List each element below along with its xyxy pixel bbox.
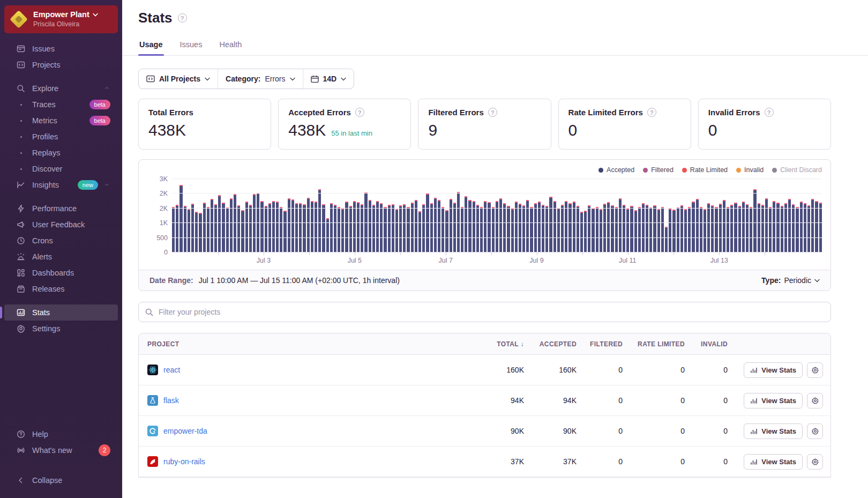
chart-bar[interactable] bbox=[773, 201, 775, 252]
chart-bar[interactable] bbox=[615, 207, 618, 252]
chart-bar[interactable] bbox=[191, 204, 194, 252]
chart-bar[interactable] bbox=[573, 202, 575, 252]
chart-bar[interactable] bbox=[392, 204, 394, 252]
chart-bar[interactable] bbox=[592, 208, 594, 252]
chart-bar[interactable] bbox=[283, 211, 286, 252]
chart-bar[interactable] bbox=[465, 196, 467, 252]
chart-bar[interactable] bbox=[476, 205, 479, 252]
chart-bar[interactable] bbox=[218, 195, 221, 252]
chart-bar[interactable] bbox=[788, 199, 791, 252]
chart-bar[interactable] bbox=[761, 205, 764, 252]
chart-bar[interactable] bbox=[280, 207, 282, 252]
chart-bar[interactable] bbox=[179, 185, 182, 252]
chart-bar[interactable] bbox=[611, 205, 613, 252]
sidebar-item-metrics[interactable]: Metricsbeta bbox=[4, 113, 118, 129]
column-header-total[interactable]: TOTAL ↓ bbox=[477, 340, 528, 348]
chart-bar[interactable] bbox=[653, 205, 656, 252]
chart-bar[interactable] bbox=[434, 198, 437, 252]
chart-bar[interactable] bbox=[638, 207, 641, 252]
chart-bar[interactable] bbox=[769, 207, 772, 252]
chart-bar[interactable] bbox=[607, 202, 610, 252]
chart-bar[interactable] bbox=[603, 204, 606, 252]
category-selector[interactable]: Category: Errors bbox=[218, 69, 302, 88]
chart-bar[interactable] bbox=[557, 208, 560, 252]
chart-bar[interactable] bbox=[630, 206, 633, 252]
chart-bar[interactable] bbox=[542, 205, 544, 252]
chart-bar[interactable] bbox=[442, 207, 444, 252]
chart-bar[interactable] bbox=[561, 205, 564, 252]
chart-bar[interactable] bbox=[315, 202, 317, 252]
chart-bar[interactable] bbox=[172, 207, 175, 252]
chart-bar[interactable] bbox=[299, 203, 302, 252]
chart-bar[interactable] bbox=[407, 207, 409, 252]
chart-bar[interactable] bbox=[276, 202, 279, 252]
view-stats-button[interactable]: View Stats bbox=[744, 362, 803, 378]
chart-bar[interactable] bbox=[203, 203, 206, 252]
sidebar-item-releases[interactable]: Releases bbox=[4, 281, 118, 297]
chart-bar[interactable] bbox=[584, 211, 587, 252]
chart-bar[interactable] bbox=[226, 207, 229, 252]
chart-bar[interactable] bbox=[199, 213, 201, 252]
sidebar-item-discover[interactable]: Discover bbox=[4, 161, 118, 177]
chart-bar[interactable] bbox=[260, 201, 263, 252]
project-link[interactable]: react bbox=[163, 366, 180, 374]
chart-bar[interactable] bbox=[634, 210, 637, 252]
chart-bar[interactable] bbox=[503, 203, 506, 252]
date-period-selector[interactable]: 14D bbox=[303, 69, 354, 88]
chart-bar[interactable] bbox=[727, 207, 729, 252]
chart-bar[interactable] bbox=[265, 206, 267, 252]
chart-bar[interactable] bbox=[742, 202, 745, 252]
chart-bar[interactable] bbox=[819, 203, 822, 252]
chart-bar[interactable] bbox=[176, 205, 178, 252]
chart-bar[interactable] bbox=[341, 209, 344, 252]
help-circle-icon[interactable]: ? bbox=[178, 13, 187, 23]
chart-bar[interactable] bbox=[384, 207, 386, 252]
project-settings-button[interactable] bbox=[807, 454, 823, 470]
chart-bar[interactable] bbox=[545, 206, 548, 252]
legend-accepted[interactable]: Accepted bbox=[598, 166, 634, 174]
chart-bar[interactable] bbox=[388, 205, 391, 252]
chart-bar[interactable] bbox=[322, 204, 325, 252]
chart-bar[interactable] bbox=[234, 194, 236, 252]
chart-bar[interactable] bbox=[646, 205, 648, 252]
chart-bar[interactable] bbox=[461, 207, 463, 252]
chart-bar[interactable] bbox=[326, 218, 329, 252]
chart-bar[interactable] bbox=[411, 203, 414, 252]
chart-bar[interactable] bbox=[784, 203, 787, 252]
chart-bar[interactable] bbox=[245, 202, 248, 252]
chart-bar[interactable] bbox=[473, 201, 475, 252]
chart-bar[interactable] bbox=[588, 205, 590, 252]
column-header-rate-limited[interactable]: RATE LIMITED bbox=[627, 340, 689, 348]
sidebar-item-collapse[interactable]: Collapse bbox=[4, 472, 118, 488]
chart-bar[interactable] bbox=[657, 209, 660, 252]
chart-bar[interactable] bbox=[357, 202, 360, 252]
help-circle-icon[interactable]: ? bbox=[488, 108, 497, 117]
chart-bar[interactable] bbox=[349, 206, 352, 252]
chart-bar[interactable] bbox=[619, 198, 622, 252]
chart-bar[interactable] bbox=[696, 199, 699, 252]
chart-bar[interactable] bbox=[753, 189, 756, 252]
chart-bar[interactable] bbox=[565, 201, 567, 252]
chart-bar[interactable] bbox=[207, 207, 209, 252]
view-stats-button[interactable]: View Stats bbox=[744, 423, 803, 439]
chart-bar[interactable] bbox=[758, 203, 760, 252]
chart-bar[interactable] bbox=[700, 207, 702, 252]
chart-bar[interactable] bbox=[707, 203, 710, 252]
chart-bar[interactable] bbox=[288, 198, 290, 252]
chart-bar[interactable] bbox=[661, 207, 664, 252]
chart-bar[interactable] bbox=[568, 203, 571, 252]
chart-bar[interactable] bbox=[399, 205, 402, 252]
chart-bar[interactable] bbox=[376, 201, 379, 252]
chart-bar[interactable] bbox=[672, 210, 675, 252]
chart-bar[interactable] bbox=[515, 202, 518, 252]
chart-bar[interactable] bbox=[230, 198, 233, 252]
legend-rate-limited[interactable]: Rate Limited bbox=[682, 166, 728, 174]
chart-bar[interactable] bbox=[214, 204, 217, 252]
chart-bar[interactable] bbox=[811, 199, 814, 252]
help-circle-icon[interactable]: ? bbox=[647, 108, 656, 117]
chart-bar[interactable] bbox=[499, 198, 502, 252]
chart-bar[interactable] bbox=[249, 205, 252, 252]
chart-bar[interactable] bbox=[345, 202, 348, 252]
view-stats-button[interactable]: View Stats bbox=[744, 393, 803, 408]
column-header-filtered[interactable]: FILTERED bbox=[581, 340, 627, 348]
